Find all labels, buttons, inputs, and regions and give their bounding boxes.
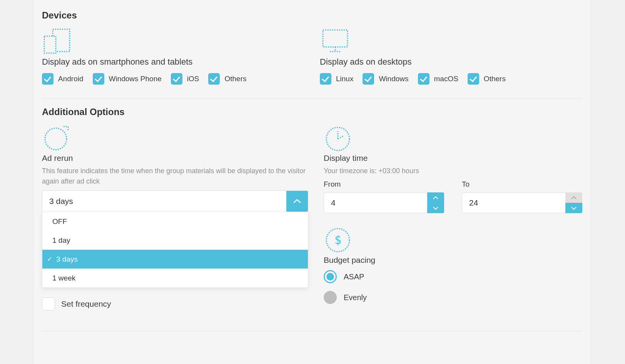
to-down-button[interactable] <box>565 203 582 213</box>
set-frequency-label: Set frequency <box>61 299 111 309</box>
svg-rect-1 <box>44 36 56 53</box>
checkbox-label: macOS <box>434 75 458 83</box>
display-time-label: Display time <box>324 154 582 163</box>
additional-columns: Ad rerun This feature indicates the time… <box>42 124 582 312</box>
clock-icon <box>324 124 354 151</box>
dropdown-option-off[interactable]: OFF <box>42 212 308 231</box>
mobile-tablet-icon <box>42 28 73 55</box>
checkbox-icon <box>320 73 331 85</box>
section-title-additional: Additional Options <box>42 107 582 117</box>
budget-pacing-label: Budget pacing <box>324 255 582 265</box>
from-down-button[interactable] <box>427 203 444 213</box>
to-stepper-buttons <box>565 192 582 213</box>
section-divider <box>42 331 582 331</box>
checkbox-icon <box>418 73 429 85</box>
checkbox-linux[interactable]: Linux <box>320 73 353 85</box>
checkbox-windows[interactable]: Windows <box>363 73 408 85</box>
mobile-check-row: Android Windows Phone iOS Others <box>42 73 304 85</box>
time-to-col: To 24 <box>462 180 582 213</box>
to-label: To <box>462 180 582 189</box>
radio-asap[interactable]: ASAP <box>324 270 582 283</box>
devices-desktop-col: Display ads on desktops Linux Windows ma… <box>320 28 582 85</box>
checkbox-label: Others <box>224 75 246 83</box>
radio-label: Evenly <box>344 293 367 302</box>
ad-rerun-value: 3 days <box>49 197 73 206</box>
dropdown-option-1-week[interactable]: 1 week <box>42 269 308 287</box>
time-range-row: From 4 To <box>324 180 582 213</box>
section-divider <box>42 99 582 99</box>
radio-on-icon <box>324 270 337 283</box>
checkbox-label: iOS <box>187 75 199 83</box>
checkbox-icon <box>42 73 53 85</box>
dropdown-option-1-day[interactable]: 1 day <box>42 231 308 250</box>
display-time-col: Display time Your timezone is: +03:00 ho… <box>324 124 582 312</box>
svg-line-8 <box>338 136 344 139</box>
ad-rerun-label: Ad rerun <box>42 154 308 163</box>
checkbox-label: Linux <box>336 75 353 83</box>
svg-text:$: $ <box>334 233 341 247</box>
radio-off-icon <box>324 291 337 304</box>
ad-rerun-select[interactable]: 3 days <box>42 190 308 212</box>
from-stepper-buttons <box>427 192 444 213</box>
ad-rerun-hint: This feature indicates the time when the… <box>42 166 308 187</box>
ad-rerun-dropdown: OFF 1 day 3 days 1 week <box>42 212 308 288</box>
checkbox-label: Windows Phone <box>109 75 162 83</box>
checkbox-desktop-others[interactable]: Others <box>468 73 506 85</box>
checkbox-windows-phone[interactable]: Windows Phone <box>93 73 162 85</box>
set-frequency-row[interactable]: Set frequency <box>42 297 308 311</box>
set-frequency-checkbox[interactable] <box>42 297 55 311</box>
checkbox-android[interactable]: Android <box>42 73 84 85</box>
checkbox-icon <box>468 73 479 85</box>
devices-columns: Display ads on smartphones and tablets A… <box>42 28 582 85</box>
from-up-button[interactable] <box>427 192 444 203</box>
mobile-group-label: Display ads on smartphones and tablets <box>42 57 304 67</box>
svg-point-5 <box>45 128 67 150</box>
display-time-hint: Your timezone is: +03:00 hours <box>324 166 582 176</box>
checkbox-label: Windows <box>379 75 408 83</box>
chevron-up-icon <box>286 191 308 212</box>
time-from-col: From 4 <box>324 180 444 213</box>
radio-evenly[interactable]: Evenly <box>324 291 582 304</box>
ad-rerun-col: Ad rerun This feature indicates the time… <box>42 124 308 312</box>
desktop-check-row: Linux Windows macOS Others <box>320 73 582 85</box>
checkbox-icon <box>171 73 182 85</box>
radio-label: ASAP <box>344 272 364 281</box>
to-value: 24 <box>462 193 565 213</box>
checkbox-icon <box>208 73 220 85</box>
checkbox-label: Others <box>484 75 506 83</box>
checkbox-mobile-others[interactable]: Others <box>208 73 246 85</box>
checkbox-ios[interactable]: iOS <box>171 73 199 85</box>
rerun-icon <box>42 124 73 151</box>
desktop-group-label: Display ads on desktops <box>320 57 582 67</box>
checkbox-icon <box>363 73 374 85</box>
from-label: From <box>324 180 444 189</box>
dropdown-option-3-days[interactable]: 3 days <box>42 250 308 269</box>
dollar-icon: $ <box>324 226 354 253</box>
checkbox-icon <box>93 73 104 85</box>
section-title-devices: Devices <box>42 10 582 21</box>
settings-panel: Devices Display ads on smartphones and t… <box>33 0 591 364</box>
from-stepper[interactable]: 4 <box>324 192 444 213</box>
to-stepper[interactable]: 24 <box>462 192 582 213</box>
devices-mobile-col: Display ads on smartphones and tablets A… <box>42 28 304 85</box>
to-up-button[interactable] <box>565 192 582 203</box>
from-value: 4 <box>324 193 427 213</box>
ad-rerun-select-wrap: 3 days OFF 1 day 3 days 1 week <box>42 190 308 212</box>
checkbox-label: Android <box>58 75 84 83</box>
checkbox-macos[interactable]: macOS <box>418 73 458 85</box>
desktop-icon <box>320 28 351 55</box>
svg-rect-2 <box>323 30 348 47</box>
